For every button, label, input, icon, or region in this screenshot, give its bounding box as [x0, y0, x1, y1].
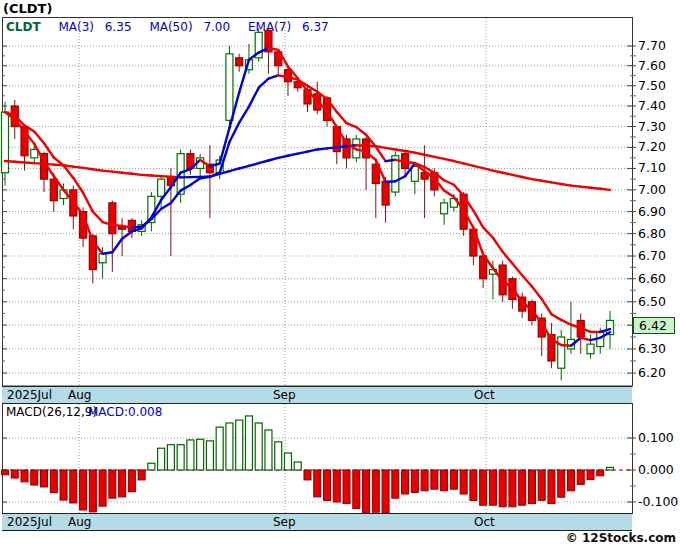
macd-bar-negative — [519, 470, 526, 505]
ma50-line — [308, 149, 318, 151]
macd-bar-negative — [421, 470, 428, 491]
ema7-line — [483, 227, 493, 237]
ma50-line — [434, 157, 444, 159]
price-date-axis-band: 2025JulAugSepOct — [2, 386, 632, 404]
macd-bar-negative — [528, 470, 535, 504]
ema7-line — [34, 132, 44, 144]
ma50-line — [93, 169, 103, 170]
ma50-line — [25, 162, 35, 163]
macd-bar-negative — [109, 470, 116, 498]
macd-bar-negative — [392, 470, 399, 498]
price-tick-label: 6.90 — [638, 204, 666, 219]
ma50-line — [229, 168, 239, 171]
candle-down — [382, 181, 389, 205]
ema7-line — [200, 177, 210, 178]
macd-bar-negative — [411, 470, 418, 492]
macd-bar-positive — [294, 462, 301, 470]
price-tick-label: 6.30 — [638, 341, 666, 356]
macd-bar-positive — [255, 423, 262, 470]
ma3-line — [444, 191, 454, 197]
macd-bar-negative — [470, 470, 477, 500]
ma50-line — [464, 163, 474, 165]
ma50-line — [590, 188, 600, 189]
macd-bar-negative — [304, 470, 311, 480]
ma50-line — [249, 163, 259, 166]
macd-bar-positive — [216, 427, 223, 470]
price-tick-label: 7.40 — [638, 98, 666, 113]
date-label: Sep — [273, 515, 296, 529]
macd-bar-negative — [11, 470, 18, 478]
ma50-line — [103, 171, 113, 172]
ema7-line — [473, 211, 483, 228]
macd-bar-positive — [245, 416, 252, 470]
macd-bar-negative — [499, 470, 506, 507]
ema7-line — [376, 147, 386, 161]
ma3-line — [112, 239, 122, 252]
ma50-line — [395, 149, 405, 151]
ma50-line — [83, 168, 93, 169]
ema7-line — [444, 180, 454, 185]
ema7-line — [493, 238, 503, 252]
ma50-line — [327, 147, 337, 148]
ema7-line — [239, 107, 249, 123]
macd-bar-positive — [226, 423, 233, 470]
macd-bar-negative — [509, 470, 516, 507]
ma50-line — [542, 181, 552, 183]
ma50-line — [493, 171, 503, 173]
ema7-line — [249, 88, 259, 107]
ma50-line — [581, 187, 591, 188]
macd-bar-positive — [187, 440, 194, 470]
ema7-line — [542, 299, 552, 314]
macd-bar-positive — [177, 445, 184, 470]
ma50-line — [288, 154, 298, 156]
ema7-line — [268, 75, 278, 78]
ma50-line — [15, 162, 25, 163]
ema7-line — [512, 264, 522, 276]
macd-bar-negative — [128, 470, 135, 492]
ma50-line — [503, 173, 513, 175]
macd-bar-positive — [275, 442, 282, 470]
ema7-line — [83, 193, 93, 212]
ma3-line — [103, 252, 113, 253]
ma50-line — [278, 156, 288, 158]
macd-bar-negative — [372, 470, 379, 512]
macd-bar-positive — [607, 467, 614, 470]
macd-bar-negative — [314, 470, 321, 497]
price-tick-label: 7.50 — [638, 78, 666, 93]
candle-up — [99, 254, 106, 263]
ma50-line — [142, 175, 152, 176]
ma50-line — [259, 161, 269, 164]
price-tick-label: 7.00 — [638, 182, 666, 197]
ma50-line — [405, 151, 415, 153]
candle-up — [441, 203, 448, 214]
macd-bar-negative — [119, 470, 126, 497]
date-label: Aug — [68, 388, 91, 402]
ma3-line — [122, 231, 132, 238]
macd-bar-negative — [343, 470, 350, 504]
candle-up — [158, 179, 165, 196]
ma50-line — [473, 166, 483, 168]
macd-bar-positive — [265, 430, 272, 470]
ema7-line — [386, 160, 396, 161]
stock-chart-page: (CLDT) CLDT MA(3) 6.35 MA(50) 7.00 EMA(7… — [0, 0, 680, 546]
ema7-line — [532, 286, 542, 298]
ema7-line — [503, 252, 513, 264]
macd-current-value: MACD:0.008 — [88, 405, 162, 419]
macd-bar-positive — [284, 453, 291, 470]
ma50-line — [386, 148, 396, 150]
current-price-badge: 6.42 — [633, 317, 675, 334]
ma3-line — [561, 345, 571, 346]
candle-down — [50, 179, 57, 201]
ma50-line — [444, 159, 454, 161]
macd-bar-negative — [597, 470, 604, 476]
ma50-line — [483, 168, 493, 170]
price-tick-label: 7.60 — [638, 58, 666, 73]
macd-bar-positive — [148, 463, 155, 470]
ma50-line — [151, 175, 161, 176]
ma50-line — [425, 155, 435, 157]
macd-bar-positive — [167, 445, 174, 470]
macd-bar-negative — [324, 470, 331, 500]
ma50-line — [5, 161, 15, 162]
ma50-line — [512, 175, 522, 177]
ema7-line — [171, 191, 181, 204]
